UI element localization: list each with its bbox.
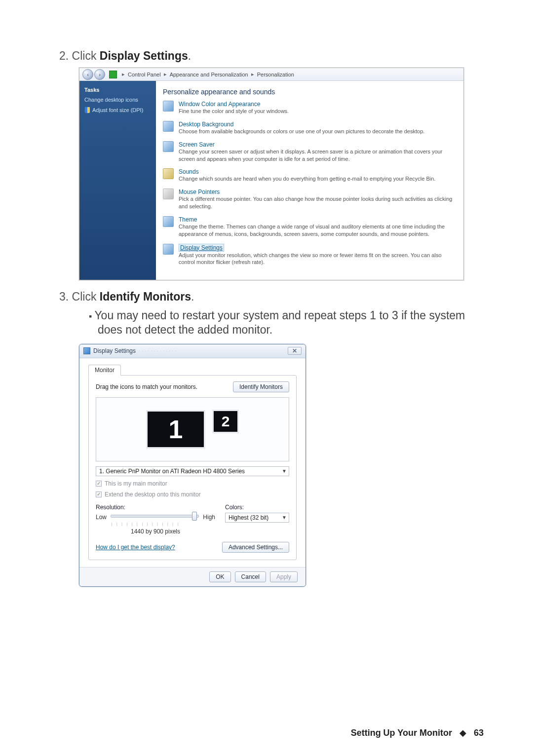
step-3-prefix: 3. Click [59, 290, 100, 303]
cp-item-screen-saver[interactable]: Screen Saver Change your screen saver or… [163, 141, 456, 163]
cp-item-desc: Adjust your monitor resolution, which ch… [179, 252, 456, 266]
task-change-desktop-icons[interactable]: Change desktop icons [84, 97, 151, 103]
cp-item-desktop-background[interactable]: Desktop Background Choose from available… [163, 121, 456, 135]
footer-diamond-icon: ◆ [459, 728, 466, 738]
step-2: 2. Click Display Settings. [59, 49, 489, 63]
extend-desktop-label: Extend the desktop onto this monitor [105, 491, 201, 498]
cp-item-desc: Change your screen saver or adjust when … [179, 148, 456, 163]
cp-heading: Personalize appearance and sounds [163, 88, 456, 96]
cp-item-window-color[interactable]: Window Color and Appearance Fine tune th… [163, 101, 456, 115]
mouse-pointers-icon [163, 189, 174, 199]
theme-icon [163, 216, 174, 227]
cp-item-desc: Choose from available backgrounds or col… [179, 128, 424, 135]
slider-high-label: High [203, 514, 215, 521]
cp-item-sounds[interactable]: Sounds Change which sounds are heard whe… [163, 168, 456, 183]
cp-item-desc: Change which sounds are heard when you d… [179, 175, 435, 183]
cp-item-desc: Pick a different mouse pointer. You can … [179, 195, 456, 210]
cp-item-title[interactable]: Display Settings [180, 244, 223, 251]
step-3-bullet: You may need to restart your system and … [89, 308, 489, 337]
breadcrumb-arrow-icon: ▸ [251, 71, 254, 77]
extend-desktop-checkbox-row: ✓ Extend the desktop onto this monitor [96, 491, 289, 498]
monitor-layout-area[interactable]: 1 2 [96, 397, 289, 461]
cp-item-title[interactable]: Desktop Background [179, 121, 233, 128]
step-3-bold: Identify Monitors [100, 290, 191, 303]
display-settings-window: Display Settings · · · · · · · · · · · ·… [79, 344, 306, 587]
breadcrumb-control-panel[interactable]: Control Panel [128, 72, 161, 77]
task-adjust-font-size[interactable]: Adjust font size (DPI) [84, 107, 151, 113]
breadcrumb-arrow-icon: ▸ [164, 71, 167, 77]
display-settings-icon [163, 244, 174, 255]
main-monitor-checkbox-row: ✓ This is my main monitor [96, 480, 289, 487]
cp-main: Personalize appearance and sounds Window… [156, 81, 463, 280]
slider-ticks: | | | | | | | | | | | | | | [96, 522, 215, 526]
dropdown-arrow-icon: ▼ [282, 468, 287, 474]
cp-address-bar: ‹ › ▸ Control Panel ▸ Appearance and Per… [79, 68, 463, 81]
close-button[interactable]: ✕ [288, 347, 302, 355]
ds-window-icon [83, 347, 90, 354]
cp-item-title[interactable]: Theme [179, 216, 197, 223]
dropdown-arrow-icon: ▼ [282, 515, 287, 520]
advanced-settings-button[interactable]: Advanced Settings... [222, 542, 289, 553]
desktop-background-icon [163, 121, 174, 132]
ds-title-text: Display Settings [93, 347, 136, 354]
help-link[interactable]: How do I get the best display? [96, 544, 175, 551]
cp-icon [109, 71, 117, 78]
breadcrumb-appearance[interactable]: Appearance and Personalization [170, 72, 248, 77]
footer-page-number: 63 [474, 728, 484, 738]
screen-saver-icon [163, 141, 174, 152]
colors-value: Highest (32 bit) [228, 514, 268, 521]
cp-item-title[interactable]: Window Color and Appearance [179, 101, 260, 108]
apply-button: Apply [270, 571, 298, 582]
shield-icon [84, 107, 90, 113]
cp-item-mouse-pointers[interactable]: Mouse Pointers Pick a different mouse po… [163, 189, 456, 210]
task-link-label: Adjust font size (DPI) [92, 107, 143, 113]
tasks-heading: Tasks [84, 87, 151, 93]
monitor-1-icon[interactable]: 1 [146, 410, 205, 449]
resolution-label: Resolution: [96, 504, 215, 511]
step-3: 3. Click Identify Monitors. [59, 290, 489, 303]
slider-track[interactable] [111, 513, 199, 522]
ds-title-faint: · · · · · · · · · · · · · [139, 348, 176, 354]
cp-item-desc: Fine tune the color and style of your wi… [179, 108, 289, 115]
main-monitor-label: This is my main monitor [105, 480, 167, 487]
resolution-slider[interactable]: Low High [96, 513, 215, 522]
control-panel-window: ‹ › ▸ Control Panel ▸ Appearance and Per… [79, 68, 464, 280]
cp-item-display-settings[interactable]: Display Settings Adjust your monitor res… [163, 244, 456, 266]
slider-thumb[interactable] [192, 512, 197, 521]
tab-monitor[interactable]: Monitor [88, 365, 121, 376]
cp-item-theme[interactable]: Theme Change the theme. Themes can chang… [163, 216, 456, 238]
resolution-value: 1440 by 900 pixels [96, 528, 215, 535]
step-2-suffix: . [188, 49, 191, 62]
step-2-bold: Display Settings [100, 49, 188, 62]
step-2-prefix: 2. Click [59, 49, 100, 62]
step-3-suffix: . [191, 290, 194, 303]
page-footer: Setting Up Your Monitor ◆ 63 [351, 727, 484, 738]
monitor-select-value: 1. Generic PnP Monitor on ATI Radeon HD … [99, 468, 245, 475]
slider-low-label: Low [96, 514, 107, 521]
ds-tab-pane: Drag the icons to match your monitors. I… [88, 375, 297, 560]
ds-titlebar: Display Settings · · · · · · · · · · · ·… [79, 344, 305, 358]
drag-instruction: Drag the icons to match your monitors. [96, 383, 197, 390]
nav-forward-icon[interactable]: › [94, 69, 105, 80]
breadcrumb-personalization[interactable]: Personalization [257, 72, 294, 77]
window-color-icon [163, 101, 174, 112]
colors-select[interactable]: Highest (32 bit) ▼ [225, 513, 289, 523]
cp-sidebar: Tasks Change desktop icons Adjust font s… [79, 81, 156, 280]
main-monitor-checkbox: ✓ [96, 481, 102, 487]
extend-desktop-checkbox: ✓ [96, 491, 102, 497]
cp-item-title[interactable]: Sounds [179, 168, 199, 175]
cp-item-desc: Change the theme. Themes can change a wi… [179, 223, 456, 238]
monitor-select[interactable]: 1. Generic PnP Monitor on ATI Radeon HD … [96, 466, 289, 476]
monitor-2-icon[interactable]: 2 [212, 410, 239, 433]
sounds-icon [163, 168, 174, 179]
cp-item-title[interactable]: Screen Saver [179, 141, 215, 148]
footer-section: Setting Up Your Monitor [351, 728, 452, 738]
breadcrumb-arrow-icon: ▸ [122, 71, 125, 77]
ok-button[interactable]: OK [209, 571, 230, 582]
cancel-button[interactable]: Cancel [235, 571, 266, 582]
colors-label: Colors: [225, 504, 289, 511]
identify-monitors-button[interactable]: Identify Monitors [233, 381, 289, 392]
nav-back-icon[interactable]: ‹ [82, 69, 93, 80]
cp-item-title[interactable]: Mouse Pointers [179, 189, 220, 195]
ds-footer: OK Cancel Apply [79, 567, 305, 586]
